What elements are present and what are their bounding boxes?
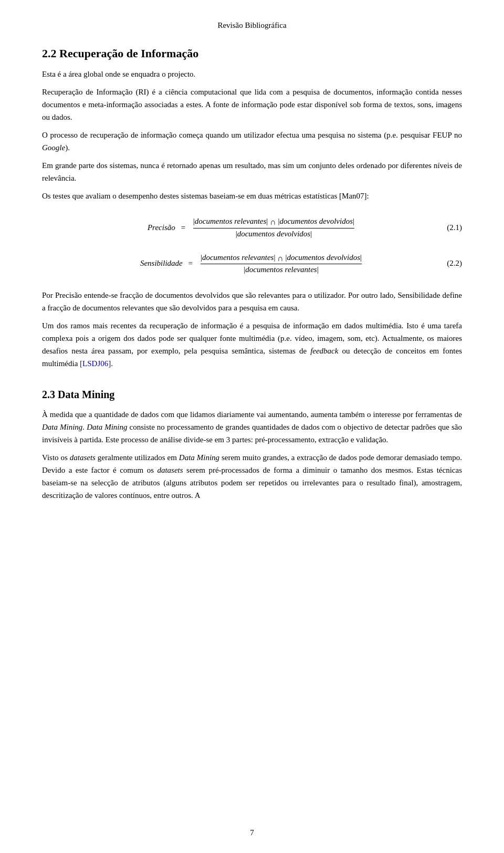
datasets-italic-1: datasets (70, 453, 96, 462)
datasets-italic-2: da­tasets (157, 466, 183, 474)
sensibility-fraction: |documentos relevantes| ∩ |documentos de… (201, 253, 362, 275)
paragraph-2: Recuperação de Informação (RI) é a ciênc… (42, 86, 462, 123)
equals-sign: = (181, 223, 186, 232)
page-number: 7 (42, 828, 462, 837)
sensibility-denominator: |documentos relevantes| (244, 264, 319, 274)
formula-22-ref: (2.2) (447, 259, 462, 268)
sensibility-label: Sensibilidade (140, 259, 183, 268)
paragraph-datamining-1: À medida que a quantidade de dados com q… (42, 408, 462, 446)
formula-precision-content: Precisão = |documentos relevantes| ∩ |do… (148, 217, 356, 238)
paragraph-3: O processo de recuperação de informação … (42, 129, 462, 154)
data-mining-italic-2: Data Mining (87, 423, 127, 431)
lsdj06-link: [LSDJ06] (80, 359, 111, 368)
feedback-italic: feedback (310, 347, 338, 355)
paragraph-precision-desc: Por Precisão entende-se fracção de docum… (42, 289, 462, 314)
precision-denominator: |documentos devolvidos| (236, 228, 312, 238)
formula-sensibility-content: Sensibilidade = |documentos relevantes| … (140, 253, 364, 275)
paragraph-datamining-2: Visto os datasets geralmente utilizados … (42, 451, 462, 502)
page-header: Revisão Bibliográfica (42, 21, 462, 30)
paragraph-4: Em grande parte dos sistemas, nunca é re… (42, 159, 462, 184)
section-22: 2.2 Recuperação de Informação Esta é a á… (42, 47, 462, 370)
formula-precision: Precisão = |documentos relevantes| ∩ |do… (42, 217, 462, 238)
precision-fraction: |documentos relevantes| ∩ |documentos de… (193, 217, 354, 238)
data-mining-italic-3: Data Mining (179, 453, 219, 462)
formula-21-ref: (2.1) (447, 223, 462, 232)
precision-label: Precisão (148, 223, 175, 232)
section-23: 2.3 Data Mining À medida que a quantidad… (42, 389, 462, 502)
section-22-heading: 2.2 Recuperação de Informação (42, 47, 462, 60)
header-title: Revisão Bibliográfica (217, 21, 286, 29)
page: Revisão Bibliográfica 2.2 Recuperação de… (0, 0, 504, 853)
paragraph-1: Esta é a área global onde se enquadra o … (42, 68, 462, 80)
paragraph-5: Os testes que avaliam o desempenho deste… (42, 190, 462, 202)
google-italic: Google (42, 143, 65, 152)
sensibility-numerator: |documentos relevantes| ∩ |documentos de… (201, 253, 362, 265)
precision-numerator: |documentos relevantes| ∩ |documentos de… (193, 217, 354, 228)
equals-sign-2: = (188, 259, 193, 268)
data-mining-italic-1: Data Mining (42, 423, 82, 431)
paragraph-multimedia: Um dos ramos mais recentes da recuperaçã… (42, 319, 462, 370)
formula-sensibility: Sensibilidade = |documentos relevantes| … (42, 253, 462, 275)
section-23-heading: 2.3 Data Mining (42, 389, 462, 401)
